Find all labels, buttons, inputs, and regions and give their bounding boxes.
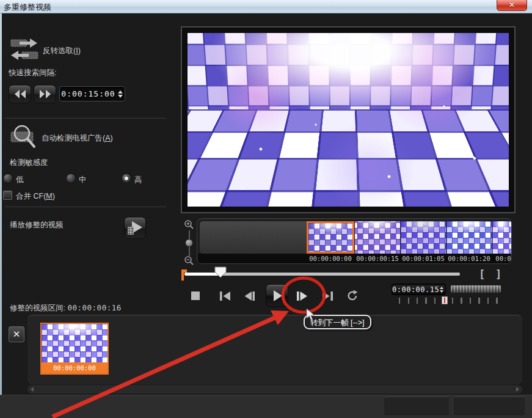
- search-forward-button[interactable]: [34, 85, 56, 103]
- sensitivity-label: 检测敏感度: [10, 158, 48, 168]
- sensitivity-radio-medium[interactable]: [66, 174, 76, 183]
- play-trimmed-button[interactable]: [124, 217, 146, 239]
- window-title: 多重修整视频: [4, 2, 51, 13]
- clip-thumbnail-image: [401, 221, 446, 254]
- search-interval-field[interactable]: 0:00:15:00: [59, 86, 125, 101]
- timeline-timecode: 00:00:00:00: [307, 255, 354, 262]
- separator: [5, 207, 166, 207]
- search-backward-button[interactable]: [9, 85, 31, 103]
- preview-sparkles: [188, 33, 509, 207]
- timeline-clip-thumb[interactable]: [492, 221, 512, 254]
- window-left-border: [0, 13, 2, 418]
- footer-button[interactable]: [384, 397, 449, 414]
- spin-down-icon: [440, 290, 443, 293]
- current-time-field[interactable]: 0:00:00.15: [392, 284, 446, 295]
- zoom-out-icon[interactable]: [184, 255, 195, 266]
- dialog-footer: [0, 395, 532, 418]
- clip-thumbnail-image: [446, 221, 492, 254]
- trimmed-clip-timecode: 00:00:00:00: [42, 362, 107, 373]
- clip-thumbnail-image: [355, 221, 400, 254]
- play-trimmed-video-icon: [126, 220, 144, 236]
- timeline-zoom-control: [183, 218, 196, 267]
- merge-cf-checkbox[interactable]: [3, 191, 12, 200]
- play-icon: [271, 290, 283, 302]
- stop-button[interactable]: [188, 289, 203, 302]
- shuttle-slider-handle[interactable]: [442, 296, 448, 304]
- timeline-clip-thumb[interactable]: [355, 221, 400, 254]
- bin-horizontal-scrollbar[interactable]: [27, 384, 522, 394]
- timeline-empty-area: [200, 221, 307, 254]
- skip-to-start-icon: [219, 291, 231, 301]
- repeat-icon: [346, 290, 359, 302]
- footer-button[interactable]: [454, 397, 525, 414]
- trim-range-value: 00:00:00:16: [67, 303, 121, 312]
- multi-trim-dialog: 多重修整视频 ✕ 反转选取(I) 快速搜索间隔: 0:00:15:00: [0, 0, 532, 418]
- spin-down-icon: [118, 95, 123, 98]
- mark-out-button[interactable]: ]: [492, 269, 505, 280]
- sensitivity-high-label: 高: [134, 175, 142, 185]
- sensitivity-radio-high[interactable]: [122, 174, 131, 183]
- invert-selection-button[interactable]: [10, 37, 39, 62]
- search-interval-spinner[interactable]: [117, 90, 125, 98]
- trim-range-label: 修整的视频区间:: [10, 304, 65, 312]
- separator: [5, 118, 166, 119]
- play-trimmed-label: 播放修整的视频: [10, 220, 64, 230]
- invert-selection-icon: [10, 37, 39, 62]
- repeat-button[interactable]: [344, 289, 360, 302]
- scroll-right-icon[interactable]: [516, 387, 519, 392]
- delete-clip-button[interactable]: ✕: [9, 326, 24, 342]
- fast-forward-icon: [39, 90, 51, 98]
- trimmed-clip-item[interactable]: 00:00:00:00: [40, 323, 109, 375]
- auto-detect-button[interactable]: [10, 122, 40, 152]
- timeline-clip-thumb[interactable]: [401, 221, 446, 254]
- trim-range-info: 修整的视频区间: 00:00:00:16: [10, 303, 122, 314]
- skip-to-end-icon: [322, 291, 334, 301]
- search-interval-value: 0:00:15:00: [60, 89, 117, 98]
- timeline-clip-thumb[interactable]: [446, 221, 492, 254]
- timeline-timecode: 00:00:01:05: [401, 255, 446, 262]
- first-frame-button[interactable]: [217, 289, 233, 302]
- zoom-in-icon[interactable]: [184, 219, 195, 230]
- previous-frame-button[interactable]: [242, 289, 258, 302]
- spin-up-icon: [440, 287, 443, 289]
- tooltip: 转到下一帧 [-->]: [304, 315, 371, 329]
- current-time-spinner[interactable]: [439, 287, 445, 293]
- next-frame-button[interactable]: [294, 289, 310, 302]
- last-frame-button[interactable]: [320, 289, 336, 302]
- trimmed-clip-thumbnail: [42, 324, 107, 362]
- mark-in-button[interactable]: [: [476, 269, 488, 280]
- timeline-timecode: 00:0: [494, 255, 512, 262]
- auto-detect-ads-icon: [10, 122, 40, 152]
- tooltip-text: 转到下一帧 [-->]: [310, 318, 365, 327]
- sensitivity-low-label: 低: [16, 175, 24, 185]
- scrubber-handle[interactable]: [214, 266, 227, 280]
- current-time-value: 0:00:00.15: [392, 285, 439, 294]
- previous-frame-icon: [244, 291, 256, 301]
- sensitivity-medium-label: 中: [79, 175, 87, 185]
- timeline-clip-thumb[interactable]: [307, 221, 354, 254]
- stop-icon: [191, 291, 200, 301]
- trim-start-marker[interactable]: [181, 270, 187, 283]
- clip-thumbnail-image: [308, 223, 352, 252]
- spin-up-icon: [118, 90, 123, 94]
- shuttle-slider-track[interactable]: [399, 298, 505, 304]
- timeline-timecode: 00:00:01:20: [446, 255, 492, 262]
- timeline-timecode: 00:00:00:15: [355, 255, 400, 262]
- play-button[interactable]: [266, 284, 288, 307]
- next-frame-icon: [296, 291, 308, 301]
- quick-search-label: 快速搜索间隔:: [9, 68, 56, 78]
- auto-detect-label: 自动检测电视广告(A): [42, 133, 113, 144]
- clip-thumbnail-image: [492, 221, 512, 254]
- video-preview: [188, 33, 509, 207]
- scroll-left-icon[interactable]: [31, 387, 34, 392]
- timeline-strip[interactable]: 00:00:00:00 00:00:00:15 00:00:01:05 00:0…: [197, 218, 512, 264]
- jog-wheel[interactable]: [450, 285, 501, 293]
- zoom-slider-handle[interactable]: [185, 239, 193, 247]
- close-button[interactable]: ✕: [497, 0, 527, 11]
- video-preview-frame: [181, 26, 516, 213]
- rewind-icon: [14, 90, 26, 98]
- sensitivity-radio-low[interactable]: [3, 174, 13, 183]
- merge-cf-label: 合并 CF(M): [16, 191, 55, 202]
- invert-selection-label: 反转选取(I): [43, 46, 81, 56]
- titlebar: 多重修整视频: [0, 0, 532, 13]
